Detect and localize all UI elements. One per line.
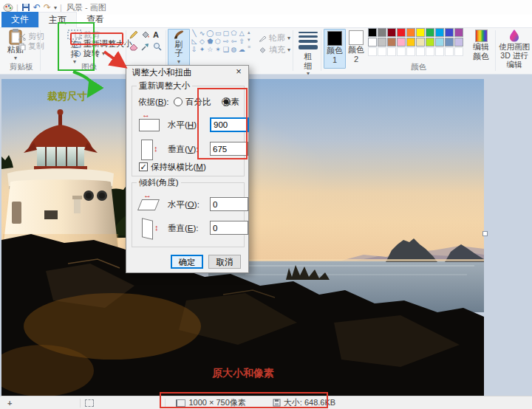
size-button[interactable]: 粗细 ▾ [297,30,319,77]
eraser-icon[interactable] [129,42,138,51]
palette-swatch[interactable] [426,28,434,37]
palette-swatch[interactable] [416,28,425,37]
palette-empty-slot[interactable] [426,47,434,56]
paint3d-button[interactable]: 使用画图 3D 进行编辑 [498,29,531,69]
fill-bucket-icon[interactable] [141,30,150,39]
palette-empty-slot[interactable] [435,47,444,56]
redo-icon[interactable]: ↷ [44,3,51,12]
palette-empty-slot[interactable] [406,47,415,56]
separator: | [16,3,18,12]
palette-row-2 [368,38,463,47]
palette-empty-slot[interactable] [454,47,463,56]
qat-dropdown-icon[interactable]: ▾ [54,4,57,11]
scroll-more-icon[interactable]: ≡ [248,44,250,49]
eyedropper-icon[interactable] [141,42,150,51]
shape-icon[interactable]: ╲ [191,30,198,38]
text-tool-icon[interactable]: A [153,30,159,39]
palette-swatch[interactable] [378,38,386,47]
skew-v-arrow-icon: ↕ [154,224,159,232]
shape-icon[interactable]: ◯ [206,30,214,38]
palette-swatch[interactable] [368,28,377,37]
aspect-label: 保持纵横比(M) [151,162,206,173]
skew-h-input[interactable] [210,197,248,211]
shape-icon[interactable]: ⇦ [231,38,238,46]
palette-swatch[interactable] [406,28,415,37]
palette-swatch[interactable] [435,38,444,47]
size-label: 粗细 [303,52,313,70]
shape-icon[interactable]: △ [238,30,245,38]
horizontal-label: 水平(H): [168,120,199,131]
palette-swatch[interactable] [454,28,463,37]
shape-icon[interactable]: ⬠ [231,30,238,38]
palette-swatch[interactable] [387,28,396,37]
chevron-down-icon: ▾ [287,35,290,41]
ribbon-tabs: 文件 主页 查看 [0,15,532,28]
palette-swatch[interactable] [435,28,444,37]
palette-swatch[interactable] [397,38,406,47]
image-dimensions: 1000 × 750像素 [188,397,245,408]
palette-swatch[interactable] [416,38,425,47]
fill-button[interactable]: 填充 ▾ [259,44,290,55]
save-icon[interactable] [21,3,30,12]
palette-swatch[interactable] [445,28,454,37]
shape-icon[interactable]: ▭ [214,30,222,38]
shape-icon[interactable]: ⇩ [191,46,198,54]
palette-swatch[interactable] [387,38,396,47]
palette-swatch[interactable] [454,38,463,47]
tab-home[interactable]: 主页 [38,12,77,28]
line-thickness-icon [299,30,318,52]
ok-button[interactable]: 确定 [171,255,203,269]
shape-icon[interactable]: ⬟ [206,38,214,46]
horizontal-input[interactable] [210,117,249,132]
brushes-button[interactable]: 刷子 ▾ [168,29,190,66]
tab-file[interactable]: 文件 [1,12,38,27]
shapes-scroll[interactable]: ▴ ▾ ≡ [248,30,250,49]
magnifier-icon[interactable] [153,42,162,51]
shape-icon[interactable]: ⇧ [238,38,245,46]
shape-icon[interactable]: ❑ [222,46,230,54]
cancel-button[interactable]: 取消 [208,255,241,269]
scroll-down-icon[interactable]: ▾ [248,37,250,43]
outline-button[interactable]: 轮廓 ▾ [259,32,290,44]
shape-icon[interactable]: ⬡ [214,38,222,46]
color1-button[interactable]: 颜色1 [324,29,346,69]
shapes-row-2: ◺◇⬟⬡⇨⇦⇧ [191,38,245,46]
shape-icon[interactable]: ✶ [214,46,222,54]
shape-icon[interactable]: ▢ [222,30,230,38]
palette-swatch[interactable] [397,28,406,37]
palette-empty-slot[interactable] [368,47,377,56]
palette-empty-slot[interactable] [378,47,386,56]
palette-swatch[interactable] [378,28,386,37]
aspect-checkbox[interactable]: ✓ [139,162,148,171]
shape-icon[interactable]: ∿ [199,30,206,38]
palette-swatch[interactable] [406,38,415,47]
tab-view[interactable]: 查看 [77,12,114,27]
rotate-button[interactable]: 旋转 ▾ [74,48,105,59]
palette-empty-slot[interactable] [445,47,454,56]
palette-empty-slot[interactable] [416,47,425,56]
shape-icon[interactable]: ◍ [231,46,238,54]
scroll-up-icon[interactable]: ▴ [248,30,250,35]
percent-radio[interactable] [174,97,183,106]
shape-icon[interactable]: ◇ [199,38,206,46]
close-icon[interactable]: × [231,66,247,79]
vertical-input[interactable] [210,142,248,156]
color2-button[interactable]: 颜色2 [346,29,366,67]
edit-colors-button[interactable]: 编辑颜色 [470,30,492,61]
palette-swatch[interactable] [445,38,454,47]
shape-icon[interactable]: ☆ [206,46,214,54]
palette-swatch[interactable] [368,38,377,47]
skew-v-icon [142,218,153,240]
shape-icon[interactable]: ⇨ [222,38,230,46]
canvas-resize-handle[interactable] [482,231,488,236]
shape-icon[interactable]: ✦ [199,46,206,54]
shape-icon[interactable]: ☁ [238,46,245,54]
v-resize-rect-icon [141,140,153,160]
palette-empty-slot[interactable] [397,47,406,56]
undo-icon[interactable]: ↶ [33,3,41,12]
palette-swatch[interactable] [426,38,434,47]
palette-empty-slot[interactable] [387,47,396,56]
shape-icon[interactable]: ◺ [191,38,198,46]
pencil-icon[interactable] [129,30,138,39]
skew-v-input[interactable] [210,221,248,235]
